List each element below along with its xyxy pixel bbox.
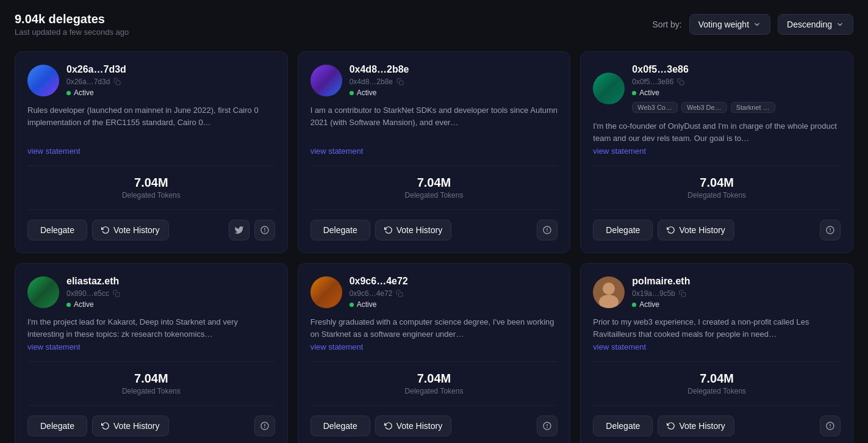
status-badge: Active	[350, 88, 409, 97]
twitter-icon-btn[interactable]	[229, 220, 249, 240]
delegate-button[interactable]: Delegate	[593, 220, 653, 240]
vote-history-button[interactable]: Vote History	[92, 416, 168, 436]
card-actions: Delegate Vote History	[593, 220, 841, 240]
status-dot	[632, 303, 636, 307]
discourse-icon-btn[interactable]	[820, 220, 841, 240]
status-text: Active	[639, 300, 659, 309]
vote-history-button[interactable]: Vote History	[658, 416, 734, 436]
view-statement-link[interactable]: view statement	[593, 342, 841, 351]
vote-history-button[interactable]: Vote History	[375, 416, 451, 436]
discourse-icon	[825, 225, 835, 235]
delegate-name: polmaire.eth	[632, 276, 690, 287]
history-icon	[101, 422, 110, 430]
history-icon	[667, 226, 675, 234]
status-badge: Active	[66, 88, 126, 97]
svg-rect-2	[680, 81, 684, 85]
delegated-amount: 7.04M	[310, 372, 558, 386]
address-text: 0x26a…7d3d	[66, 77, 110, 86]
delegate-address: 0x19a…9c5b	[632, 289, 690, 298]
vote-history-button[interactable]: Vote History	[658, 220, 734, 240]
vote-history-button[interactable]: Vote History	[92, 220, 168, 240]
header-left: 9.04k delegates Last updated a few secon…	[15, 12, 129, 37]
copy-icon[interactable]	[113, 290, 120, 297]
status-dot	[350, 91, 354, 95]
status-dot	[66, 303, 71, 307]
avatar	[310, 65, 342, 96]
copy-icon[interactable]	[113, 78, 121, 85]
delegate-description: Rules developer (launched on mainnet in …	[27, 104, 275, 144]
voting-weight-dropdown[interactable]: Voting weight	[689, 14, 770, 35]
avatar	[593, 276, 625, 308]
card-header: 0x9c6…4e72 0x9c6…4e72 Active	[310, 276, 558, 309]
svg-rect-1	[400, 81, 404, 85]
address-text: 0x19a…9c5b	[632, 289, 675, 298]
status-dot	[350, 303, 354, 307]
delegate-description: I am a contributor to StarkNet SDKs and …	[310, 104, 558, 144]
tag: Starknet …	[731, 102, 775, 113]
delegate-card-1: 0x26a…7d3d 0x26a…7d3d Active Rules devel…	[15, 51, 288, 253]
delegate-button[interactable]: Delegate	[27, 416, 87, 436]
history-icon	[384, 226, 393, 234]
copy-icon[interactable]	[677, 78, 684, 85]
delegated-amount: 7.04M	[310, 176, 558, 190]
delegate-description: I'm the co-founder of OnlyDust and I'm i…	[593, 120, 841, 144]
delegate-button[interactable]: Delegate	[310, 416, 370, 436]
discourse-icon	[825, 421, 835, 431]
delegate-address: 0x4d8…2b8e	[350, 77, 409, 86]
delegated-amount: 7.04M	[593, 372, 841, 386]
delegated-amount: 7.04M	[27, 176, 275, 190]
delegated-label: Delegated Tokens	[27, 387, 275, 395]
twitter-icon	[234, 225, 244, 235]
discourse-icon-btn[interactable]	[820, 416, 841, 436]
view-statement-link[interactable]: view statement	[310, 146, 558, 156]
tag: Web3 De…	[681, 102, 727, 113]
delegate-address: 0x890…e5cc	[66, 289, 120, 298]
copy-icon[interactable]	[396, 290, 403, 297]
delegated-section: 7.04M Delegated Tokens	[310, 361, 558, 406]
copy-icon[interactable]	[679, 290, 686, 297]
delegate-button[interactable]: Delegate	[310, 220, 370, 240]
card-actions: Delegate Vote History	[310, 220, 558, 240]
status-text: Active	[357, 88, 377, 97]
delegate-name: 0x0f5…3e86	[632, 64, 775, 75]
delegated-label: Delegated Tokens	[593, 387, 841, 395]
delegate-description: Prior to my web3 experience, I created a…	[593, 316, 841, 340]
page-header: 9.04k delegates Last updated a few secon…	[15, 12, 853, 37]
delegated-label: Delegated Tokens	[27, 191, 275, 200]
vote-history-button[interactable]: Vote History	[375, 220, 451, 240]
status-dot	[632, 91, 636, 95]
delegated-label: Delegated Tokens	[593, 191, 841, 200]
sort-label: Sort by:	[653, 20, 682, 29]
status-badge: Active	[66, 300, 120, 309]
view-statement-link[interactable]: view statement	[27, 342, 275, 351]
tag-list: Web3 Co…Web3 De…Starknet …	[632, 102, 775, 113]
view-statement-link[interactable]: view statement	[310, 342, 558, 351]
delegate-button[interactable]: Delegate	[27, 220, 87, 240]
discourse-icon-btn[interactable]	[254, 220, 275, 240]
discourse-icon-btn[interactable]	[537, 416, 558, 436]
delegated-section: 7.04M Delegated Tokens	[27, 361, 275, 406]
delegate-name: 0x26a…7d3d	[66, 64, 126, 75]
address-text: 0x9c6…4e72	[350, 289, 393, 298]
svg-rect-0	[117, 81, 121, 85]
delegate-button[interactable]: Delegate	[593, 416, 653, 436]
delegate-name: 0x4d8…2b8e	[350, 64, 409, 75]
discourse-icon-btn[interactable]	[254, 416, 275, 436]
status-dot	[66, 91, 71, 95]
status-badge: Active	[350, 300, 408, 309]
delegate-card-2: 0x4d8…2b8e 0x4d8…2b8e Active I am a cont…	[298, 51, 571, 253]
delegate-address: 0x9c6…4e72	[350, 289, 408, 298]
copy-icon[interactable]	[396, 78, 404, 85]
discourse-icon-btn[interactable]	[537, 220, 558, 240]
view-statement-link[interactable]: view statement	[27, 146, 275, 156]
status-badge: Active	[632, 88, 775, 97]
sort-direction-dropdown[interactable]: Descending	[778, 14, 853, 35]
card-header: 0x4d8…2b8e 0x4d8…2b8e Active	[310, 64, 558, 97]
delegate-card-4: eliastaz.eth 0x890…e5cc Active I'm the p…	[15, 263, 288, 443]
view-statement-link[interactable]: view statement	[593, 146, 841, 156]
card-identity: 0x9c6…4e72 0x9c6…4e72 Active	[350, 276, 408, 309]
status-badge: Active	[632, 300, 690, 309]
header-right: Sort by: Voting weight Descending	[653, 14, 853, 35]
svg-point-6	[603, 283, 615, 295]
tag: Web3 Co…	[632, 102, 678, 113]
